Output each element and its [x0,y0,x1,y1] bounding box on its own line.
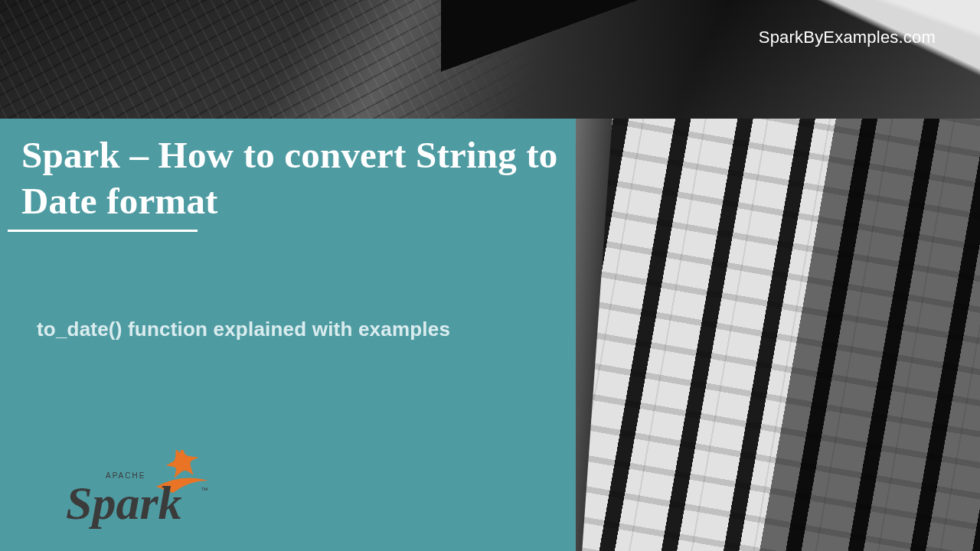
apache-spark-logo: APACHE Spark ™ [66,450,234,534]
background-right-building [567,119,980,551]
slide-subtitle: to_date() function explained with exampl… [37,318,450,341]
title-underline [8,230,198,232]
content-panel: Spark – How to convert String to Date fo… [0,119,576,551]
logo-spark-text: Spark [66,477,182,529]
slide-stage: SparkByExamples.com Spark – How to conve… [0,0,980,551]
background-upper-buildings [0,0,980,130]
logo-trademark: ™ [201,486,208,494]
site-label: SparkByExamples.com [759,28,936,47]
slide-title: Spark – How to convert String to Date fo… [21,132,568,224]
